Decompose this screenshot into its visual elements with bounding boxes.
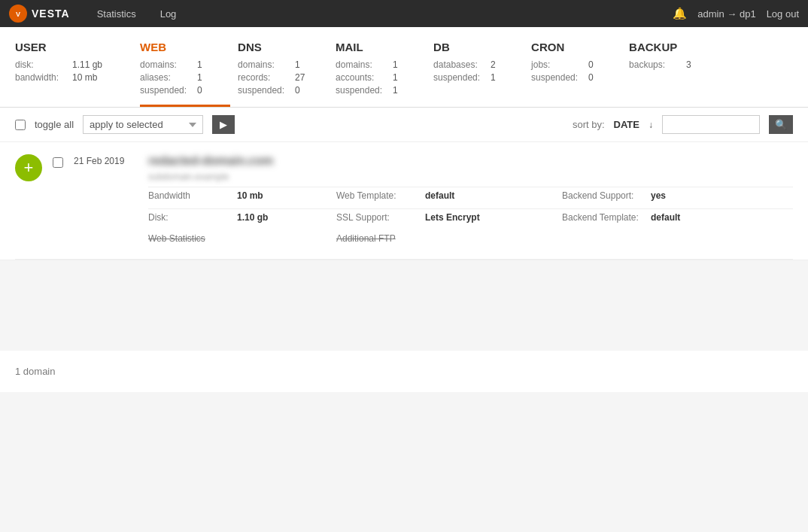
item-details: redacted-domain.com subdomain.example Ba… — [148, 154, 793, 247]
toggle-all-checkbox[interactable] — [15, 120, 26, 130]
search-button[interactable]: 🔍 — [769, 115, 793, 134]
stats-cron-suspended-label: suspended: — [531, 72, 584, 83]
stats-web-suspended-value: 0 — [197, 85, 202, 96]
meta-backend-support-label: Backend Support: — [562, 190, 645, 201]
stats-db-title: DB — [433, 41, 501, 53]
meta-bandwidth-row: Bandwidth 10 mb — [148, 187, 336, 204]
nav-log[interactable]: Log — [148, 0, 189, 27]
sort-arrow-icon[interactable]: ↓ — [649, 120, 653, 130]
domain-item: + 21 Feb 2019 redacted-domain.com subdom… — [15, 142, 793, 260]
stats-cron-suspended-value: 0 — [588, 72, 594, 83]
stats-cron-title: CRON — [531, 41, 599, 53]
meta-bandwidth-value: 10 mb — [237, 190, 263, 201]
apply-button[interactable]: ▶ — [212, 115, 235, 134]
stats-user-disk-label: disk: — [15, 59, 68, 70]
meta-additional-ftp-row: Additional FTP — [336, 230, 562, 247]
logo-text: VESTA — [32, 8, 70, 20]
stats-web-domains-value: 1 — [197, 59, 202, 70]
stats-backup-backups: backups: 3 — [629, 59, 697, 70]
stats-cron-jobs-value: 0 — [588, 59, 594, 70]
stats-mail-suspended: suspended: 1 — [336, 85, 403, 96]
stats-mail-accounts: accounts: 1 — [336, 72, 403, 83]
meta-backend-support-row: Backend Support: yes — [562, 187, 793, 204]
stats-web-title: WEB — [140, 41, 208, 53]
stats-mail-accounts-value: 1 — [393, 72, 398, 83]
meta-backend-template-row: Backend Template: default — [562, 208, 793, 226]
nav-statistics[interactable]: Statistics — [85, 0, 148, 27]
stats-backup: BACKUP backups: 3 — [629, 41, 719, 107]
stats-mail-accounts-label: accounts: — [336, 72, 388, 83]
stats-dns-title: DNS — [238, 41, 305, 53]
meta-backend-template-label: Backend Template: — [562, 212, 645, 223]
stats-db-databases: databases: 2 — [433, 59, 501, 70]
meta-bandwidth-label: Bandwidth — [148, 190, 231, 201]
domain-count: 1 domain — [15, 366, 55, 377]
stats-db-suspended: suspended: 1 — [433, 72, 501, 83]
meta-web-template-row: Web Template: default — [336, 187, 562, 204]
stats-user: USER disk: 1.11 gb bandwidth: 10 mb — [15, 41, 132, 107]
stats-dns-records: records: 27 — [238, 72, 305, 83]
stats-db: DB databases: 2 suspended: 1 — [433, 41, 524, 107]
bell-icon[interactable]: 🔔 — [673, 7, 687, 20]
stats-web-domains: domains: 1 — [140, 59, 208, 70]
item-domain-link[interactable]: redacted-domain.com — [148, 154, 793, 168]
stats-db-databases-value: 2 — [491, 59, 496, 70]
stats-cron-jobs: jobs: 0 — [531, 59, 599, 70]
item-subdomain: subdomain.example — [148, 172, 229, 182]
meta-ssl-label: SSL Support: — [336, 212, 419, 223]
header: V VESTA Statistics Log 🔔 admin → dp1 Log… — [0, 0, 808, 27]
stats-user-disk-value: 1.11 gb — [72, 59, 102, 70]
stats-user-disk: disk: 1.11 gb — [15, 59, 102, 70]
meta-disk-value: 1.10 gb — [237, 212, 268, 223]
stats-dns-suspended: suspended: 0 — [238, 85, 305, 96]
stats-db-suspended-label: suspended: — [433, 72, 486, 83]
stats-mail-suspended-label: suspended: — [336, 85, 388, 96]
stats-cron: CRON jobs: 0 suspended: 0 — [531, 41, 621, 107]
stats-web-suspended-label: suspended: — [140, 85, 193, 96]
meta-disk-label: Disk: — [148, 212, 231, 223]
stats-web-aliases: aliases: 1 — [140, 72, 208, 83]
sort-label: sort by: — [573, 119, 605, 130]
svg-text:V: V — [16, 11, 20, 18]
stats-db-suspended-value: 1 — [491, 72, 496, 83]
meta-web-stats-link[interactable]: Web Statistics — [148, 233, 205, 244]
footer: 1 domain — [0, 351, 808, 392]
stats-cron-jobs-label: jobs: — [531, 59, 584, 70]
header-right: 🔔 admin → dp1 Log out — [673, 7, 799, 20]
meta-additional-ftp-link[interactable]: Additional FTP — [336, 233, 396, 244]
stats-dns-domains-label: domains: — [238, 59, 290, 70]
stats-mail-title: MAIL — [336, 41, 403, 53]
stats-dns-domains: domains: 1 — [238, 59, 305, 70]
meta-web-template-value: default — [425, 190, 454, 201]
stats-mail-domains-value: 1 — [393, 59, 398, 70]
stats-dns-suspended-label: suspended: — [238, 85, 290, 96]
meta-backend-support-value: yes — [651, 190, 666, 201]
stats-web-aliases-label: aliases: — [140, 72, 193, 83]
stats-dns-records-label: records: — [238, 72, 290, 83]
user-info: admin → dp1 — [697, 8, 755, 20]
apply-to-selected-dropdown[interactable]: apply to selected — [83, 115, 203, 134]
meta-web-template-label: Web Template: — [336, 190, 419, 201]
meta-ssl-value: Lets Encrypt — [425, 212, 480, 223]
item-meta: Bandwidth 10 mb Web Template: default Ba… — [148, 187, 793, 247]
toolbar: toggle all apply to selected ▶ sort by: … — [0, 108, 808, 142]
empty-space — [0, 260, 808, 351]
stats-dns-suspended-value: 0 — [295, 85, 300, 96]
logout-button[interactable]: Log out — [767, 8, 799, 20]
meta-backend-template-value: default — [651, 212, 680, 223]
sort-value: DATE — [614, 119, 639, 130]
logo-icon: V — [9, 5, 27, 23]
stats-mail-suspended-value: 1 — [393, 85, 398, 96]
add-domain-button[interactable]: + — [15, 154, 42, 181]
stats-mail: MAIL domains: 1 accounts: 1 suspended: 1 — [336, 41, 426, 107]
stats-mail-domains: domains: 1 — [336, 59, 403, 70]
stats-web-suspended: suspended: 0 — [140, 85, 208, 96]
logo: V VESTA — [9, 5, 70, 23]
stats-mail-domains-label: domains: — [336, 59, 388, 70]
stats-dns-records-value: 27 — [295, 72, 305, 83]
header-nav: Statistics Log — [85, 0, 658, 27]
stats-dns: DNS domains: 1 records: 27 suspended: 0 — [238, 41, 328, 107]
stats-backup-backups-label: backups: — [629, 59, 682, 70]
search-input[interactable] — [662, 115, 760, 134]
item-checkbox[interactable] — [53, 157, 63, 168]
